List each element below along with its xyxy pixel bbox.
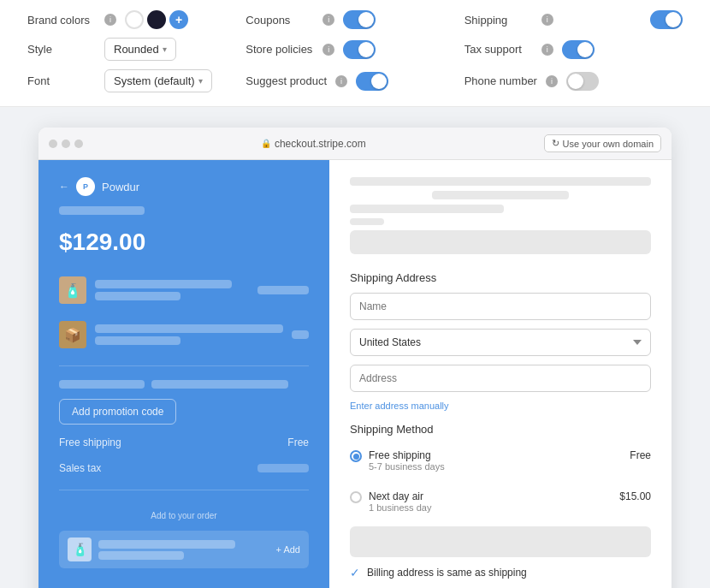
- store-policies-row: Store policies i: [246, 38, 464, 61]
- shipping-toggle-knob: [666, 12, 681, 27]
- enter-address-link[interactable]: Enter address manually: [350, 401, 651, 411]
- phone-number-toggle-knob: [568, 74, 583, 89]
- style-row: Style Rounded ▾: [27, 38, 246, 61]
- sales-tax-label: Sales tax: [59, 462, 101, 474]
- free-shipping-days: 5-7 business days: [369, 461, 623, 472]
- country-select[interactable]: United States: [350, 329, 651, 356]
- right-top-skels: [350, 177, 651, 254]
- shipping-line-label: Free shipping: [59, 437, 121, 448]
- suggest-product-label: Suggest product: [246, 74, 327, 87]
- store-policies-toggle-knob: [358, 42, 374, 57]
- font-value: System (default): [114, 74, 195, 87]
- price-amount: $129.00: [59, 229, 309, 256]
- product-thumb-2: 📦: [59, 321, 86, 348]
- tax-support-toggle[interactable]: [562, 40, 595, 59]
- checkout-content: ← P Powdur $129.00 🧴: [38, 160, 672, 588]
- name-input[interactable]: [350, 293, 651, 320]
- sales-tax-line: Sales tax: [59, 460, 309, 476]
- browser-dot-yellow: [62, 140, 70, 148]
- free-shipping-price: Free: [630, 449, 651, 461]
- browser-dots: [49, 140, 83, 148]
- product-sub-skel-1: [95, 292, 180, 300]
- product-image-1: 🧴: [59, 276, 86, 304]
- style-value: Rounded: [114, 43, 159, 56]
- phone-number-info-icon[interactable]: i: [546, 75, 558, 87]
- shipping-info-icon[interactable]: i: [541, 14, 553, 26]
- phone-number-row: Phone number i: [464, 69, 683, 92]
- own-domain-button[interactable]: ↻ Use your own domain: [544, 134, 661, 152]
- own-domain-label: Use your own domain: [563, 139, 654, 149]
- shipping-label: Shipping: [464, 14, 533, 27]
- font-dropdown[interactable]: System (default) ▾: [104, 69, 212, 92]
- coupons-row: Coupons i: [246, 10, 464, 29]
- suggest-product-info-icon[interactable]: i: [335, 75, 347, 87]
- browser-bar: 🔒 checkout.stripe.com ↻ Use your own dom…: [38, 128, 672, 160]
- store-policies-info-icon[interactable]: i: [322, 44, 334, 56]
- product-thumb-1: 🧴: [59, 276, 86, 304]
- style-dropdown[interactable]: Rounded ▾: [104, 38, 176, 61]
- merchant-name: Powdur: [102, 181, 139, 193]
- next-day-price: $15.00: [619, 490, 651, 502]
- product-price-skel-1: [257, 286, 309, 294]
- browser-url-bar: 🔒 checkout.stripe.com: [93, 138, 534, 150]
- upsell-header: Add to your order: [59, 511, 309, 520]
- address-input[interactable]: [350, 365, 651, 392]
- skeleton-line-1: [59, 206, 145, 215]
- phone-number-label: Phone number: [464, 74, 537, 87]
- checkout-left-panel: ← P Powdur $129.00 🧴: [38, 160, 329, 588]
- color-white[interactable]: [125, 10, 144, 29]
- upsell-info: [98, 540, 269, 560]
- settings-grid: Brand colors i + Coupons i Shipping i St: [27, 10, 683, 92]
- store-policies-label: Store policies: [246, 43, 314, 56]
- add-button[interactable]: + Add: [276, 544, 300, 555]
- own-domain-icon: ↻: [552, 138, 559, 149]
- settings-bar: Brand colors i + Coupons i Shipping i St: [0, 0, 710, 107]
- product-name-skel-2: [95, 324, 283, 333]
- style-chevron-icon: ▾: [163, 45, 167, 54]
- product-info-2: [95, 324, 283, 345]
- check-icon: ✓: [350, 566, 360, 579]
- billing-same-label: Billing address is same as shipping: [367, 567, 527, 579]
- tax-support-info-icon[interactable]: i: [541, 44, 553, 56]
- suggest-product-toggle[interactable]: [356, 72, 388, 91]
- product-image-2: 📦: [59, 321, 86, 348]
- checkout-right-panel: Shipping Address United States Enter add…: [329, 160, 672, 588]
- free-shipping-method: Free shipping 5-7 business days Free: [350, 444, 651, 477]
- shipping-row: Shipping i: [464, 10, 683, 29]
- skel-row-1: [59, 380, 309, 389]
- lock-icon: 🔒: [261, 139, 271, 148]
- color-dark[interactable]: [147, 10, 166, 29]
- shipping-toggle[interactable]: [650, 10, 683, 29]
- brand-colors-info-icon[interactable]: i: [104, 14, 116, 26]
- shipping-address-title: Shipping Address: [350, 271, 651, 284]
- suggest-product-row: Suggest product i: [246, 69, 464, 92]
- coupons-info-icon[interactable]: i: [322, 14, 334, 26]
- color-add[interactable]: +: [169, 10, 188, 29]
- product-sub-skel-2: [95, 336, 180, 345]
- free-shipping-radio[interactable]: [350, 450, 362, 462]
- font-row: Font System (default) ▾: [27, 69, 246, 92]
- divider-1: [59, 365, 309, 366]
- back-arrow-icon[interactable]: ←: [59, 181, 69, 193]
- brand-colors-row: Brand colors i +: [27, 10, 246, 29]
- store-policies-toggle[interactable]: [343, 40, 376, 59]
- shipping-method-title: Shipping Method: [350, 423, 651, 436]
- product-price-skel-2: [292, 330, 309, 339]
- free-shipping-info: Free shipping 5-7 business days: [369, 449, 623, 472]
- coupons-toggle[interactable]: [343, 10, 376, 29]
- tax-support-label: Tax support: [464, 43, 533, 56]
- browser-domain: checkout.stripe.com: [275, 138, 366, 150]
- next-day-days: 1 business day: [369, 502, 612, 513]
- billing-row: ✓ Billing address is same as shipping: [350, 566, 651, 579]
- coupon-button[interactable]: Add promotion code: [59, 399, 176, 425]
- upsell-thumb: 🧴: [68, 538, 92, 561]
- browser-dot-red: [49, 140, 57, 148]
- product-name-skel-1: [95, 280, 232, 288]
- phone-number-toggle[interactable]: [566, 72, 599, 91]
- shipping-line-value: Free: [287, 437, 309, 448]
- product-info-1: [95, 280, 249, 300]
- tax-support-toggle-knob: [577, 42, 593, 57]
- next-day-radio[interactable]: [350, 491, 362, 503]
- divider-2: [59, 490, 309, 490]
- tax-support-row: Tax support i: [464, 38, 683, 61]
